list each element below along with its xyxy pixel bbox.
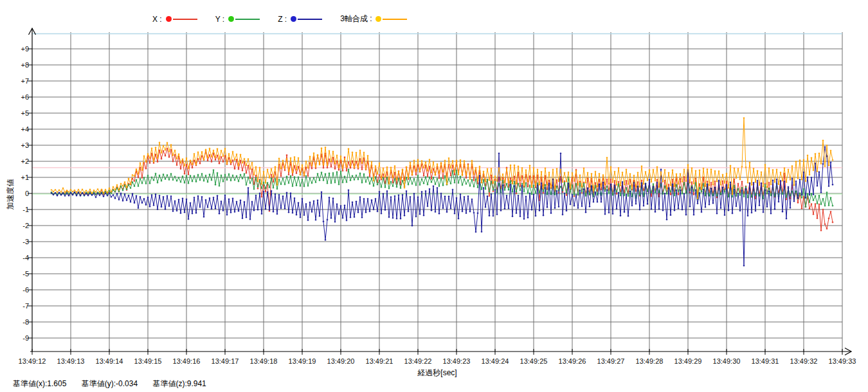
chart-plot: 13:49:1213:49:1313:49:1413:49:1513:49:16… [0,0,868,392]
y-tick-label: +7 [21,77,29,85]
x-tick-label: 13:49:27 [597,357,625,365]
y-tick-label: -7 [23,302,29,310]
x-tick-label: 13:49:24 [482,357,509,365]
x-axis-title: 経過秒[sec] [392,368,482,379]
y-tick-label: -3 [23,238,29,245]
y-tick-label: +6 [21,93,29,101]
y-tick-label: +8 [21,61,29,69]
legend: X : Y : Z : 3軸合成 : [152,13,425,24]
baseline-x-value: 基準値(x):1.605 [13,379,66,388]
legend-item-y: Y : [215,15,260,24]
x-tick-label: 13:49:30 [713,357,741,365]
baseline-y-value: 基準値(y):-0.034 [82,379,138,388]
legend-label-x: X : [152,15,162,24]
y-tick-label: +1 [21,174,29,181]
legend-line-icon [173,19,197,20]
legend-item-composite: 3軸合成 : [340,13,407,24]
x-tick-label: 13:49:31 [752,357,779,365]
legend-line-icon [235,19,260,20]
legend-label-composite: 3軸合成 : [340,13,372,24]
y-axis-title: 加速度値 [5,169,16,220]
legend-item-z: Z : [278,15,322,24]
x-tick-label: 13:49:19 [289,357,316,365]
y-tick-label: +5 [21,109,29,117]
y-tick-label: -9 [23,334,29,342]
x-tick-label: 13:49:21 [366,357,393,365]
baseline-z-value: 基準値(z):9.941 [152,379,206,388]
legend-line-icon [298,19,322,20]
x-tick-label: 13:49:18 [250,357,278,365]
legend-label-y: Y : [215,15,224,24]
x-tick-label: 13:49:32 [790,357,818,365]
x-tick-label: 13:49:13 [57,357,85,365]
legend-line-icon [383,19,407,20]
y-tick-label: +4 [21,125,29,133]
y-tick-label: +3 [21,141,29,149]
y-tick-label: -6 [23,286,29,294]
x-tick-label: 13:49:14 [96,357,123,365]
x-tick-label: 13:49:12 [19,357,46,365]
x-tick-label: 13:49:20 [327,357,355,365]
accelerometer-chart-window: 13:49:1213:49:1313:49:1413:49:1513:49:16… [0,0,868,392]
x-tick-label: 13:49:28 [636,357,664,365]
y-tick-label: -4 [23,254,29,262]
legend-item-x: X : [152,15,197,24]
y-tick-label: -8 [23,318,29,326]
legend-marker-dot-icon [228,16,234,22]
legend-marker-dot-icon [375,16,381,22]
x-tick-label: 13:49:15 [134,357,162,365]
x-tick-label: 13:49:16 [173,357,201,365]
x-tick-label: 13:49:29 [674,357,702,365]
x-tick-label: 13:49:23 [443,357,471,365]
x-tick-label: 13:49:22 [404,357,432,365]
y-tick-label: +2 [21,157,29,165]
legend-label-z: Z : [278,15,287,24]
baseline-values-footer: 基準値(x):1.605 基準値(y):-0.034 基準値(z):9.941 [13,379,219,389]
series-Z-markers [51,146,834,267]
x-tick-label: 13:49:17 [212,357,239,365]
legend-marker-dot-icon [166,16,172,22]
y-tick-label: -5 [23,270,29,278]
y-tick-label: -1 [23,206,29,213]
y-tick-label: +9 [21,45,29,53]
x-tick-label: 13:49:33 [829,357,856,365]
y-tick-label: -2 [23,222,29,229]
y-tick-label: 0 [25,190,29,197]
x-tick-label: 13:49:25 [520,357,548,365]
legend-marker-dot-icon [291,16,296,22]
x-tick-label: 13:49:26 [559,357,586,365]
